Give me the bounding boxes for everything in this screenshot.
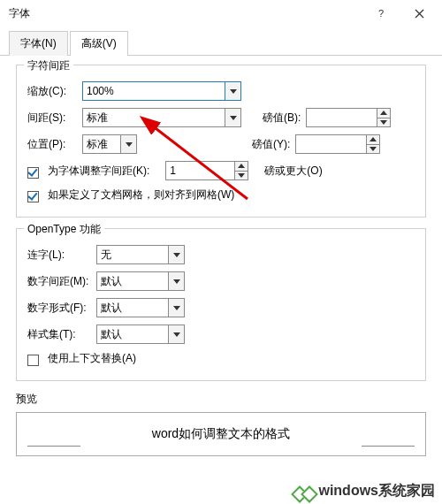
opentype-group: OpenType 功能 连字(L): 无 数字间距(M): 默认 数字形式(F)… <box>16 228 426 381</box>
kerning-spinner[interactable]: 1 <box>165 161 248 180</box>
num-spacing-label: 数字间距(M): <box>27 274 91 289</box>
position-combo[interactable]: 标准 <box>82 134 137 154</box>
svg-text:?: ? <box>378 8 384 19</box>
preview-group: 预览 word如何调整文本的格式 <box>16 392 426 456</box>
spacing-points-value <box>306 108 377 127</box>
watermark: windows系统家园 <box>0 469 442 504</box>
window-title: 字体 <box>9 6 30 21</box>
position-points-spinner[interactable] <box>295 134 380 154</box>
kerning-unit-label: 磅或更大(O) <box>264 164 322 179</box>
kerning-label: 为字体调整字间距(K): <box>48 164 149 179</box>
contextual-label: 使用上下文替换(A) <box>48 351 136 366</box>
spinner-up-icon[interactable] <box>235 162 248 171</box>
stylistic-value: 默认 <box>101 327 122 342</box>
spinner-up-icon[interactable] <box>377 109 390 118</box>
position-points-label: 磅值(Y): <box>252 137 290 152</box>
contextual-checkbox[interactable] <box>27 355 39 366</box>
char-spacing-group: 字符间距 缩放(C): 100% 间距(S): 标准 磅值(B): 位置(P): <box>16 65 426 218</box>
num-forms-label: 数字形式(F): <box>27 301 91 316</box>
tab-font-label: 字体(N) <box>20 37 57 50</box>
scale-value: 100% <box>87 85 114 97</box>
ligatures-label: 连字(L): <box>27 248 91 263</box>
position-label: 位置(P): <box>27 137 77 152</box>
watermark-name: windows系统家园 <box>318 482 435 500</box>
position-points-value <box>295 134 366 154</box>
spinner-down-icon[interactable] <box>235 171 248 180</box>
watermark-logo: windows系统家园 <box>293 482 435 500</box>
preview-line-right <box>362 446 415 447</box>
num-spacing-combo[interactable]: 默认 <box>96 271 185 291</box>
chevron-down-icon <box>225 82 240 100</box>
spacing-points-label: 磅值(B): <box>263 111 301 126</box>
spinner-down-icon[interactable] <box>367 144 379 154</box>
ligatures-value: 无 <box>101 248 111 263</box>
num-forms-combo[interactable]: 默认 <box>96 298 185 317</box>
chevron-down-icon <box>225 109 240 126</box>
stylistic-label: 样式集(T): <box>27 327 91 342</box>
num-forms-value: 默认 <box>101 301 122 316</box>
kerning-value: 1 <box>165 161 234 180</box>
chevron-down-icon <box>168 299 184 317</box>
char-spacing-legend: 字符间距 <box>24 58 73 73</box>
spacing-combo[interactable]: 标准 <box>82 108 241 127</box>
snap-grid-checkbox[interactable] <box>27 191 39 202</box>
snap-grid-label: 如果定义了文档网格，则对齐到网格(W) <box>48 187 234 202</box>
position-value: 标准 <box>87 137 108 152</box>
stylistic-combo[interactable]: 默认 <box>96 325 185 344</box>
spacing-points-spinner[interactable] <box>306 108 391 127</box>
help-button[interactable]: ? <box>364 4 400 23</box>
spacing-label: 间距(S): <box>27 111 77 126</box>
chevron-down-icon <box>120 135 136 153</box>
kerning-checkbox[interactable] <box>27 167 39 179</box>
preview-line-left <box>27 446 80 447</box>
tab-advanced-label: 高级(V) <box>81 37 117 50</box>
spacing-value: 标准 <box>87 111 108 126</box>
chevron-down-icon <box>168 246 184 263</box>
opentype-legend: OpenType 功能 <box>24 222 104 237</box>
scale-label: 缩放(C): <box>27 84 77 99</box>
spinner-down-icon[interactable] <box>377 118 390 127</box>
tab-advanced[interactable]: 高级(V) <box>70 31 128 56</box>
preview-legend: 预览 <box>16 393 37 405</box>
preview-box: word如何调整文本的格式 <box>16 412 426 456</box>
ligatures-combo[interactable]: 无 <box>96 245 185 264</box>
tab-font[interactable]: 字体(N) <box>9 31 68 56</box>
scale-combo[interactable]: 100% <box>82 81 241 101</box>
chevron-down-icon <box>168 272 184 290</box>
preview-text: word如何调整文本的格式 <box>152 426 290 442</box>
num-spacing-value: 默认 <box>101 274 122 289</box>
close-button[interactable] <box>401 4 437 23</box>
chevron-down-icon <box>168 325 184 343</box>
spinner-up-icon[interactable] <box>367 135 379 144</box>
